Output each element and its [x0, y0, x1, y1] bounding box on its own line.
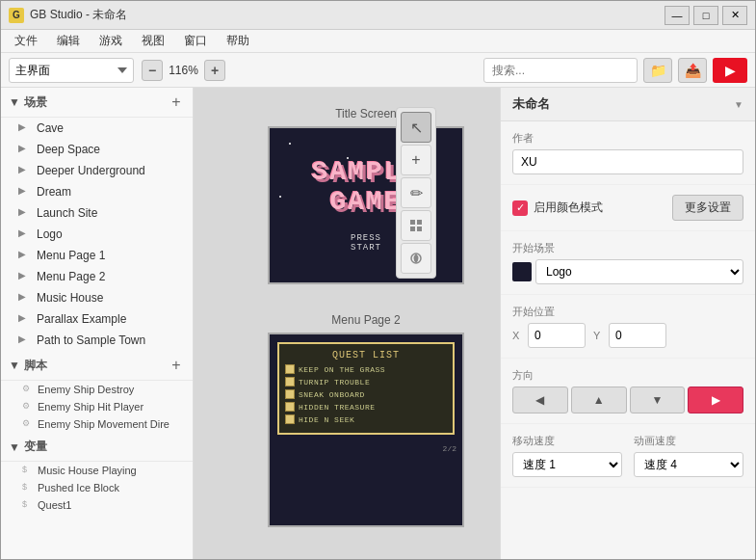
dir-right-button[interactable]: ▶ — [688, 387, 743, 413]
menu-window[interactable]: 窗口 — [174, 31, 217, 51]
colorize-icon — [408, 251, 424, 266]
sidebar-item-dream[interactable]: ▶ Dream — [1, 181, 193, 202]
tool-palette: ↖ + ✏ — [396, 107, 436, 279]
y-input[interactable] — [609, 323, 666, 348]
direction-label: 方向 — [512, 368, 743, 383]
scene-icon: ▶ — [18, 333, 32, 347]
menu-edit[interactable]: 编辑 — [47, 31, 90, 51]
menu-scene: QUEST LIST KEEP ON THE GRASS TURNIP TROU… — [270, 342, 462, 525]
menu-file[interactable]: 文件 — [5, 31, 47, 51]
scene-frame-menu[interactable]: QUEST LIST KEEP ON THE GRASS TURNIP TROU… — [268, 333, 464, 527]
play-button[interactable]: ▶ — [713, 58, 747, 83]
add-scene-button[interactable]: + — [168, 93, 185, 111]
quest-box: QUEST LIST KEEP ON THE GRASS TURNIP TROU… — [277, 342, 455, 435]
x-coord-group: X — [512, 323, 586, 348]
dir-up-button[interactable]: ▲ — [571, 387, 627, 413]
scene-name: Deeper Underground — [37, 164, 145, 177]
scene-icon: ▶ — [18, 121, 32, 135]
scenes-toggle-icon: ▼ — [9, 95, 20, 109]
move-speed-label: 移动速度 — [512, 434, 622, 448]
svg-rect-1 — [417, 220, 422, 225]
more-settings-button[interactable]: 更多设置 — [672, 195, 743, 221]
scripts-section-header[interactable]: ▼ 脚本 + — [1, 351, 193, 381]
color-mode-text: 启用颜色模式 — [534, 200, 603, 216]
scene-icon: ▶ — [18, 291, 32, 305]
zoom-out-button[interactable]: − — [142, 60, 163, 81]
anim-speed-select[interactable]: 速度 4 — [634, 452, 743, 477]
sidebar-item-enemy-ship-hit-player[interactable]: ⚙ Enemy Ship Hit Player — [1, 398, 193, 415]
quest-title: QUEST LIST — [285, 350, 447, 360]
scenes-section-header[interactable]: ▼ 场景 + — [1, 88, 193, 118]
menu-game[interactable]: 游戏 — [90, 31, 132, 51]
eraser-tool[interactable]: ✏ — [401, 177, 431, 208]
collision-tool[interactable] — [401, 210, 431, 241]
move-speed-select[interactable]: 速度 1 — [512, 452, 622, 477]
zoom-control: − 116% + — [142, 60, 225, 81]
sidebar-item-deep-space[interactable]: ▶ Deep Space — [1, 139, 193, 160]
scene-name: Menu Page 2 — [37, 270, 105, 283]
sidebar-item-enemy-ship-destroy[interactable]: ⚙ Enemy Ship Destroy — [1, 381, 193, 398]
toolbar: 主界面 − 116% + 📁 📤 ▶ — [1, 53, 755, 88]
scene-icon: ▶ — [18, 206, 32, 220]
dir-down-button[interactable]: ▼ — [630, 387, 686, 413]
zoom-in-button[interactable]: + — [204, 60, 225, 81]
author-input[interactable] — [512, 149, 743, 174]
sidebar-item-parallax-example[interactable]: ▶ Parallax Example — [1, 308, 193, 330]
anim-speed-group: 动画速度 速度 4 — [634, 434, 743, 477]
quest-text-3: SNEAK ONBOARD — [299, 390, 365, 399]
color-mode-checkbox[interactable]: ✓ — [512, 200, 528, 216]
start-scene-select[interactable]: Logo — [535, 259, 743, 284]
svg-rect-2 — [410, 227, 415, 231]
script-name: Enemy Ship Hit Player — [38, 401, 143, 413]
sidebar-item-menu-page-1[interactable]: ▶ Menu Page 1 — [1, 245, 193, 266]
sidebar-item-pushed-ice-block[interactable]: $ Pushed Ice Block — [1, 479, 193, 496]
variables-section-header[interactable]: ▼ 变量 — [1, 433, 193, 462]
color-mode-label: ✓ 启用颜色模式 — [512, 200, 603, 216]
direction-section: 方向 ◀ ▲ ▼ ▶ — [501, 359, 755, 424]
quest-checkbox-5 — [285, 414, 295, 424]
maximize-button[interactable]: □ — [693, 6, 718, 25]
colorize-tool[interactable] — [401, 243, 431, 274]
select-tool[interactable]: ↖ — [401, 112, 431, 143]
sidebar-item-quest1[interactable]: $ Quest1 — [1, 496, 193, 514]
search-input[interactable] — [483, 58, 638, 83]
sidebar-item-cave[interactable]: ▶ Cave — [1, 118, 193, 139]
minimize-button[interactable]: — — [665, 6, 690, 25]
quest-text-1: KEEP ON THE GRASS — [299, 365, 385, 374]
canvas-area[interactable]: ↖ + ✏ Title Screen — [194, 88, 500, 560]
color-mode-row: ✓ 启用颜色模式 更多设置 — [512, 195, 743, 221]
window-title: GB Studio - 未命名 — [30, 7, 665, 23]
sidebar-item-deeper-underground[interactable]: ▶ Deeper Underground — [1, 160, 193, 181]
close-button[interactable]: ✕ — [722, 6, 747, 25]
scene-name: Music House — [37, 291, 103, 305]
script-icon: ⚙ — [22, 418, 34, 430]
script-icon: ⚙ — [22, 401, 34, 413]
folder-icon: 📁 — [650, 63, 666, 78]
anim-speed-label: 动画速度 — [634, 434, 743, 448]
quest-checkbox-3 — [285, 389, 295, 399]
sidebar-item-path-sample-town[interactable]: ▶ Path to Sample Town — [1, 330, 193, 351]
menu-bar: 文件 编辑 游戏 视图 窗口 帮助 — [1, 30, 755, 53]
export-button[interactable]: 📤 — [678, 58, 707, 83]
add-tool[interactable]: + — [401, 145, 431, 175]
menu-view[interactable]: 视图 — [132, 31, 174, 51]
menu-help[interactable]: 帮助 — [217, 31, 259, 51]
sidebar-item-launch-site[interactable]: ▶ Launch Site — [1, 202, 193, 224]
scene-select[interactable]: 主界面 — [9, 58, 134, 83]
right-panel-header: 未命名 ▼ — [501, 88, 755, 121]
sidebar-item-logo[interactable]: ▶ Logo — [1, 224, 193, 245]
folder-button[interactable]: 📁 — [643, 58, 672, 83]
add-script-button[interactable]: + — [168, 357, 185, 374]
author-label: 作者 — [512, 131, 743, 146]
page-number: 2/2 — [270, 442, 462, 455]
sidebar-item-music-house-playing[interactable]: $ Music House Playing — [1, 462, 193, 479]
quest-text-5: HIDE N SEEK — [299, 415, 354, 424]
sidebar-item-music-house[interactable]: ▶ Music House — [1, 287, 193, 308]
dir-left-button[interactable]: ◀ — [512, 387, 568, 413]
variable-icon: $ — [22, 499, 34, 511]
direction-grid: ◀ ▲ ▼ ▶ — [512, 387, 743, 413]
sidebar-item-enemy-ship-movement[interactable]: ⚙ Enemy Ship Movement Dire — [1, 415, 193, 433]
scene-menu-label: Menu Page 2 — [331, 313, 400, 327]
sidebar-item-menu-page-2[interactable]: ▶ Menu Page 2 — [1, 266, 193, 287]
x-input[interactable] — [528, 323, 586, 348]
